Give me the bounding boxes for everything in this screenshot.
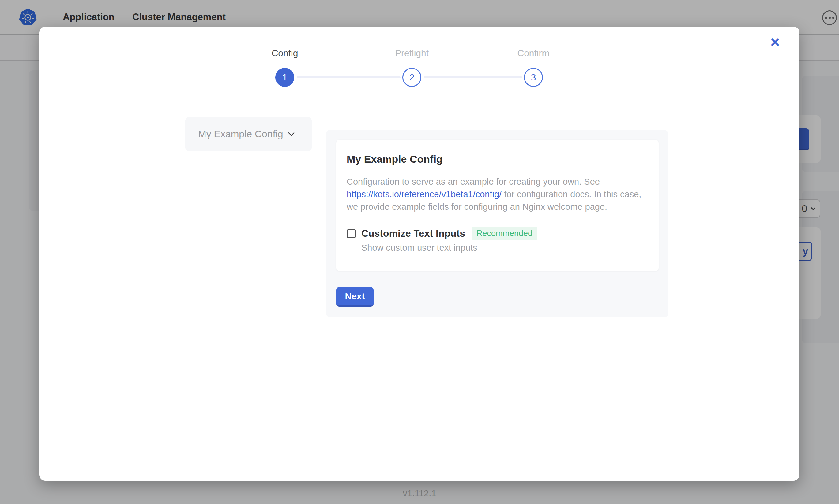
checkbox-label[interactable]: Customize Text Inputs [361,228,465,239]
close-icon: ✕ [770,36,780,49]
step-circle-config: 1 [275,68,294,87]
step-connector [297,76,400,78]
config-description: Configuration to serve as an example for… [347,176,650,213]
config-docs-link[interactable]: https://kots.io/reference/v1beta1/config… [347,189,501,199]
config-card: My Example Config Configuration to serve… [336,140,658,271]
close-button[interactable]: ✕ [767,34,784,51]
step-circle-confirm: 3 [524,68,543,87]
step-connector [424,76,522,78]
checkbox-row: Customize Text Inputs Recommended [347,227,648,240]
chevron-down-icon [288,130,295,136]
config-group-dropdown[interactable]: My Example Config [185,117,312,151]
customize-text-inputs-checkbox[interactable] [347,229,356,238]
config-section-title: My Example Config [347,153,648,165]
checkbox-help-text: Show custom user text inputs [361,243,648,253]
recommended-badge: Recommended [472,227,537,240]
config-group-label: My Example Config [198,128,283,140]
screen: Application Cluster Management 0 y v1.11… [0,0,839,504]
step-label-config: Config [272,48,298,58]
step-label-preflight: Preflight [395,48,429,58]
step-label-confirm: Confirm [517,48,549,58]
config-panel: My Example Config Configuration to serve… [326,130,668,317]
next-button[interactable]: Next [336,287,374,307]
step-circle-preflight: 2 [403,68,421,87]
config-wizard-modal: ✕ Config Preflight Confirm 1 2 3 My Exam… [39,26,800,481]
